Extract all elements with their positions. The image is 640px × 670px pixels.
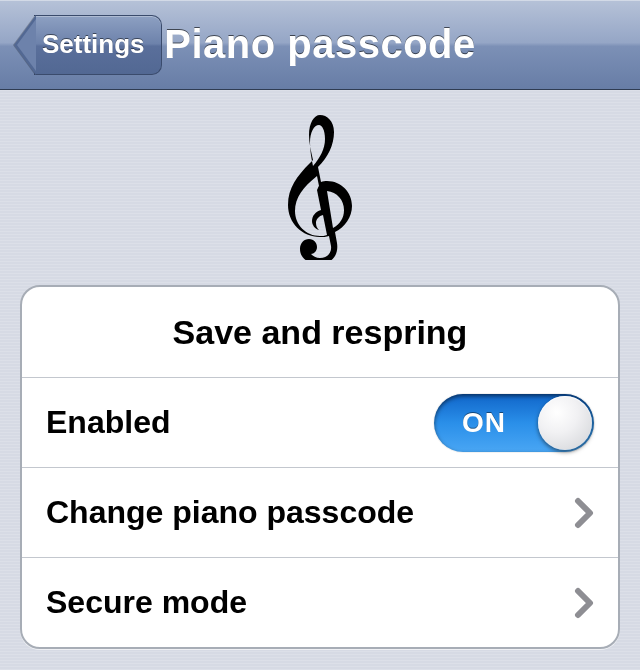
header-icon-area xyxy=(0,90,640,285)
back-button-label: Settings xyxy=(42,29,145,60)
toggle-on-label: ON xyxy=(462,407,506,439)
chevron-right-icon xyxy=(574,497,594,529)
chevron-right-icon xyxy=(574,587,594,619)
chevron-left-icon xyxy=(14,15,36,75)
cell-label: Save and respring xyxy=(173,313,468,352)
toggle-knob xyxy=(538,396,592,450)
enabled-row: Enabled ON xyxy=(22,377,618,467)
navbar: Settings Piano passcode xyxy=(0,0,640,90)
save-respring-button[interactable]: Save and respring xyxy=(22,287,618,377)
page-title: Piano passcode xyxy=(164,22,476,67)
cell-label: Enabled xyxy=(46,404,170,441)
treble-clef-icon xyxy=(286,115,354,260)
change-passcode-row[interactable]: Change piano passcode xyxy=(22,467,618,557)
secure-mode-row[interactable]: Secure mode xyxy=(22,557,618,647)
back-button[interactable]: Settings xyxy=(14,15,162,75)
cell-label: Secure mode xyxy=(46,584,247,621)
cell-label: Change piano passcode xyxy=(46,494,414,531)
enabled-toggle[interactable]: ON xyxy=(434,394,594,452)
settings-group: Save and respring Enabled ON Change pian… xyxy=(20,285,620,649)
